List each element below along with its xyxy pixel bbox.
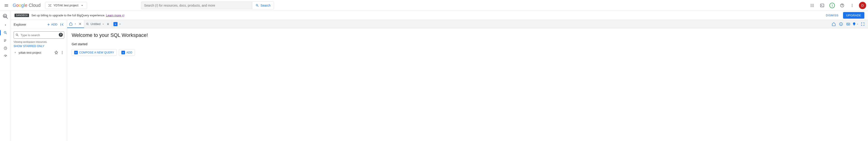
search-button[interactable]: Search <box>252 2 274 9</box>
dropdown-icon <box>80 3 84 7</box>
show-starred-link[interactable]: SHOW STARRED ONLY <box>13 45 64 48</box>
more-button[interactable] <box>847 1 857 10</box>
new-tab-area: + <box>112 20 123 28</box>
svg-point-17 <box>852 5 852 6</box>
upgrade-button[interactable]: UPGRADE <box>843 12 864 19</box>
tab-close-button[interactable] <box>78 22 82 26</box>
trial-badge: 1 <box>830 3 835 8</box>
search-box[interactable] <box>141 2 252 9</box>
svg-point-6 <box>813 4 814 4</box>
svg-rect-33 <box>847 24 849 25</box>
sandbox-banner: SANDBOX Set up billing to upgrade to the… <box>11 11 868 20</box>
fullscreen-button[interactable] <box>859 21 866 27</box>
project-picker[interactable]: YDTAK test project <box>45 2 87 9</box>
feedback-button[interactable] <box>852 21 859 27</box>
svg-point-25 <box>62 52 63 53</box>
chevron-down-icon[interactable] <box>102 23 104 25</box>
explorer-search-input[interactable] <box>13 31 64 39</box>
plus-icon: + <box>121 51 125 54</box>
plus-icon: + <box>74 51 78 54</box>
svg-point-23 <box>5 56 5 56</box>
search-icon <box>255 4 259 7</box>
top-header: GoogleCloud YDTAK test project Search 1 <box>0 0 868 11</box>
new-tab-button[interactable]: + <box>114 22 118 26</box>
bigquery-product-icon[interactable] <box>1 12 10 21</box>
svg-rect-31 <box>848 23 848 24</box>
terminal-icon <box>820 3 825 8</box>
help-icon <box>840 3 844 8</box>
bigquery-icon <box>2 14 8 19</box>
tab-home[interactable] <box>67 20 84 28</box>
info-button[interactable] <box>838 21 844 27</box>
workspace-title: Welcome to your SQL Workspace! <box>72 32 864 38</box>
workspace-panel: Untitled + <box>67 20 868 141</box>
expand-icon[interactable] <box>13 51 17 54</box>
banner-text: Set up billing to upgrade to the full Bi… <box>31 14 125 17</box>
project-icon <box>48 4 52 7</box>
home-shortcut-button[interactable] <box>830 21 837 27</box>
explorer-search: ? <box>13 31 64 39</box>
workspace-content: Welcome to your SQL Workspace! Get start… <box>67 28 868 60</box>
compose-query-button[interactable]: + COMPOSE A NEW QUERY <box>72 49 117 56</box>
svg-point-7 <box>811 5 811 6</box>
svg-point-9 <box>813 5 814 6</box>
svg-point-16 <box>852 4 852 4</box>
sandbox-chip: SANDBOX <box>14 14 29 17</box>
star-button[interactable] <box>54 50 58 54</box>
collapse-panel-button[interactable] <box>60 22 64 27</box>
info-icon <box>839 22 843 26</box>
left-rail <box>0 11 11 141</box>
close-icon <box>106 23 110 26</box>
home-icon <box>69 22 72 26</box>
svg-point-15 <box>842 6 842 6</box>
project-tree-item[interactable]: ydtak-test-project <box>13 50 64 54</box>
help-button[interactable] <box>838 1 847 10</box>
svg-point-8 <box>812 5 813 6</box>
more-vert-icon <box>850 3 854 7</box>
account-avatar[interactable]: D <box>859 2 866 9</box>
explorer-add-button[interactable]: ADD <box>47 23 57 26</box>
tab-bar: Untitled + <box>67 20 868 28</box>
tab-close-button[interactable] <box>106 22 110 26</box>
hamburger-icon <box>4 3 9 8</box>
lightbulb-icon <box>852 22 856 26</box>
free-trial-status[interactable]: 1 <box>828 1 837 10</box>
search-container: Search <box>141 2 274 9</box>
rail-bi-engine[interactable] <box>1 52 10 60</box>
project-name: YDTAK test project <box>54 4 79 7</box>
svg-point-10 <box>811 6 811 7</box>
search-input[interactable] <box>144 4 249 7</box>
svg-point-18 <box>852 6 852 7</box>
tab-untitled[interactable]: Untitled <box>84 20 112 28</box>
rail-transfers[interactable] <box>1 37 10 44</box>
svg-rect-30 <box>847 23 848 24</box>
keyboard-icon <box>846 22 850 26</box>
chevron-down-icon[interactable] <box>74 23 77 25</box>
shortcuts-button[interactable] <box>845 21 852 27</box>
viewing-text: Viewing workspace resources. <box>13 41 64 43</box>
more-vert-icon <box>60 50 64 54</box>
star-icon <box>54 50 58 54</box>
rail-scheduled[interactable] <box>1 45 10 52</box>
home-icon <box>832 22 836 26</box>
dismiss-button[interactable]: DISMISS <box>824 12 841 18</box>
learn-more-link[interactable]: Learn more <box>106 14 125 17</box>
search-icon <box>16 33 19 37</box>
search-help-icon[interactable]: ? <box>59 33 63 37</box>
rail-dot[interactable] <box>1 21 10 29</box>
add-button[interactable]: + ADD <box>119 49 135 56</box>
tune-icon <box>3 39 7 43</box>
chevron-down-icon <box>856 23 859 25</box>
svg-point-20 <box>5 39 6 40</box>
explorer-panel: Explorer ADD ? <box>11 20 67 141</box>
fullscreen-icon <box>861 22 865 26</box>
nav-menu-button[interactable] <box>2 1 11 10</box>
apps-button[interactable] <box>808 1 817 10</box>
cloud-shell-button[interactable] <box>818 1 827 10</box>
chevron-down-icon[interactable] <box>118 23 122 26</box>
rail-sql-workspace[interactable] <box>1 29 10 37</box>
project-more-button[interactable] <box>60 50 64 54</box>
header-utilities: 1 D <box>808 1 866 10</box>
google-cloud-logo[interactable]: GoogleCloud <box>13 3 41 8</box>
apps-icon <box>810 3 814 7</box>
